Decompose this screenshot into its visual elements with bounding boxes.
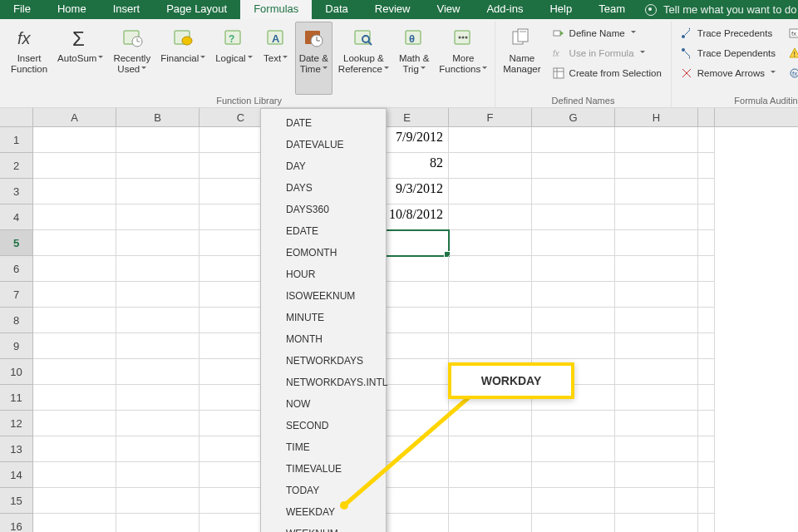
cell[interactable] <box>532 204 615 230</box>
cell[interactable] <box>698 204 715 230</box>
cell[interactable] <box>615 385 698 411</box>
col-header-a[interactable]: A <box>33 108 116 126</box>
menu-item-second[interactable]: SECOND <box>261 415 386 436</box>
cell[interactable] <box>116 204 200 230</box>
cell[interactable] <box>615 462 698 488</box>
cell[interactable] <box>698 282 715 308</box>
cell[interactable] <box>449 282 532 308</box>
row-header[interactable]: 6 <box>0 256 33 282</box>
row-header[interactable]: 11 <box>0 385 33 411</box>
cell[interactable] <box>698 333 715 359</box>
row-header[interactable]: 3 <box>0 179 33 204</box>
cell[interactable] <box>698 153 715 179</box>
menu-item-now[interactable]: NOW <box>261 393 386 415</box>
cell[interactable] <box>33 411 116 436</box>
row-header[interactable]: 9 <box>0 333 33 359</box>
col-header-f[interactable]: F <box>449 108 532 126</box>
cell[interactable] <box>116 308 200 333</box>
tab-insert[interactable]: Insert <box>100 0 154 19</box>
cell[interactable] <box>532 230 615 256</box>
col-header-b[interactable]: B <box>116 108 200 126</box>
tell-me[interactable]: Tell me what you want to do <box>645 0 796 19</box>
cell[interactable] <box>615 514 698 532</box>
tab-help[interactable]: Help <box>536 0 585 19</box>
row-header[interactable]: 8 <box>0 308 33 333</box>
col-header-partial[interactable] <box>698 108 715 126</box>
tab-file[interactable]: File <box>0 0 44 19</box>
cell[interactable] <box>33 385 116 411</box>
menu-item-networkdays-intl[interactable]: NETWORKDAYS.INTL <box>261 372 386 393</box>
cell[interactable] <box>116 179 200 204</box>
cell[interactable] <box>615 204 698 230</box>
menu-item-hour[interactable]: HOUR <box>261 264 386 285</box>
cell[interactable] <box>698 514 715 532</box>
insert-function-button[interactable]: fx Insert Function <box>7 22 52 95</box>
cell[interactable] <box>615 488 698 514</box>
cell[interactable] <box>532 179 615 204</box>
row-header[interactable]: 12 <box>0 411 33 436</box>
cell[interactable] <box>532 462 615 488</box>
trace-precedents-button[interactable]: Trace Precedents <box>675 24 781 42</box>
cell[interactable] <box>532 127 615 153</box>
cell[interactable] <box>116 127 200 153</box>
cell[interactable] <box>33 179 116 204</box>
tab-data[interactable]: Data <box>312 0 361 19</box>
cell[interactable] <box>698 308 715 333</box>
row-header[interactable]: 1 <box>0 127 33 153</box>
cell[interactable] <box>116 462 200 488</box>
cell[interactable] <box>698 385 715 411</box>
menu-item-days[interactable]: DAYS <box>261 177 386 199</box>
menu-item-date[interactable]: DATE <box>261 112 386 134</box>
cell[interactable] <box>698 436 715 462</box>
cell[interactable] <box>449 179 532 204</box>
row-header[interactable]: 10 <box>0 359 33 385</box>
cell[interactable] <box>532 256 615 282</box>
cell[interactable] <box>698 462 715 488</box>
text-button[interactable]: A Text <box>259 22 293 95</box>
cell[interactable] <box>532 436 615 462</box>
cell[interactable] <box>615 308 698 333</box>
menu-item-weekday[interactable]: WEEKDAY <box>261 501 386 523</box>
cell[interactable] <box>33 462 116 488</box>
tab-team[interactable]: Team <box>585 0 638 19</box>
tab-view[interactable]: View <box>423 0 473 19</box>
cell[interactable] <box>615 333 698 359</box>
menu-item-days360[interactable]: DAYS360 <box>261 199 386 220</box>
row-header[interactable]: 7 <box>0 282 33 308</box>
name-manager-button[interactable]: Name Manager <box>499 22 544 95</box>
recently-used-button[interactable]: Recently Used <box>109 22 155 95</box>
cell[interactable] <box>449 204 532 230</box>
cell[interactable] <box>532 488 615 514</box>
cell[interactable] <box>698 256 715 282</box>
cell[interactable] <box>698 230 715 256</box>
cell[interactable] <box>33 488 116 514</box>
cell[interactable] <box>33 359 116 385</box>
row-header[interactable]: 13 <box>0 436 33 462</box>
cell[interactable] <box>532 514 615 532</box>
logical-button[interactable]: ? Logical <box>211 22 256 95</box>
cell[interactable] <box>615 411 698 436</box>
cell[interactable] <box>698 127 715 153</box>
cell[interactable] <box>615 359 698 385</box>
menu-item-month[interactable]: MONTH <box>261 328 386 350</box>
show-formulas-button[interactable]: fx Show Form <box>783 24 798 42</box>
cell[interactable] <box>698 488 715 514</box>
cell[interactable] <box>116 385 200 411</box>
menu-item-edate[interactable]: EDATE <box>261 220 386 242</box>
cell[interactable] <box>449 230 532 256</box>
cell[interactable] <box>116 282 200 308</box>
cell[interactable] <box>449 256 532 282</box>
cell[interactable] <box>449 127 532 153</box>
cell[interactable] <box>33 204 116 230</box>
cell[interactable] <box>449 436 532 462</box>
cell[interactable] <box>116 411 200 436</box>
tab-page-layout[interactable]: Page Layout <box>153 0 240 19</box>
cell[interactable] <box>33 436 116 462</box>
cell[interactable] <box>449 488 532 514</box>
menu-item-timevalue[interactable]: TIMEVALUE <box>261 458 386 480</box>
menu-item-weeknum[interactable]: WEEKNUM <box>261 523 386 532</box>
cell[interactable] <box>33 282 116 308</box>
cell[interactable] <box>449 333 532 359</box>
menu-item-eomonth[interactable]: EOMONTH <box>261 242 386 264</box>
tab-review[interactable]: Review <box>362 0 424 19</box>
